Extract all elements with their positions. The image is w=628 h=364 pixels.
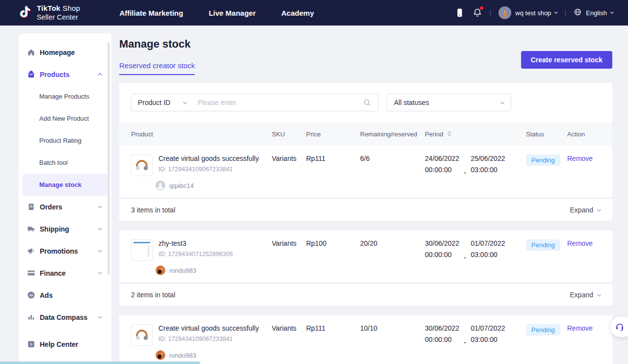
globe-icon [574, 8, 582, 18]
chevron-down-icon [98, 314, 102, 318]
sidebar-item-ads[interactable]: AD Ads [19, 284, 111, 306]
chevron-down-icon [98, 270, 102, 274]
expand-button[interactable]: Expand [570, 206, 601, 214]
creator-row: rondo983 [156, 265, 272, 275]
sidebar-item-label: Orders [40, 203, 62, 211]
sidebar-item-orders[interactable]: Orders [19, 196, 111, 218]
sidebar-subitem-batch-tool[interactable]: Batch tool [19, 152, 111, 174]
product-id: ID: 1729434109067233841 [158, 166, 259, 173]
nav-link-live-manager[interactable]: Live Manager [209, 9, 256, 17]
sidebar-item-label: Products [40, 71, 70, 78]
status-filter-select[interactable]: All statuses [387, 94, 511, 111]
products-bag-icon [27, 70, 35, 78]
data-compass-icon [27, 313, 35, 321]
tab-reserved-creator-stock[interactable]: Reserved creator stock [119, 61, 195, 75]
sidebar-subitem-manage-stock[interactable]: Manage stock [23, 174, 107, 196]
period-cell: 24/06/2022 00:00:00 - 25/06/2022 03:00:0… [425, 155, 526, 190]
status-filter-value: All statuses [394, 99, 429, 106]
period-start-time: 00:00:00 [425, 166, 459, 174]
sidebar-subitem-add-new-product[interactable]: Add New Product [19, 107, 111, 130]
chevron-down-icon [98, 248, 102, 252]
top-navbar: TikTok Shop Seller Center Affiliate Mark… [0, 0, 628, 26]
expand-label: Expand [570, 291, 593, 299]
period-end-date: 01/07/2022 [471, 239, 505, 247]
logo-text: TikTok Shop Seller Center [37, 4, 80, 21]
expand-button[interactable]: Expand [570, 291, 601, 299]
product-id: ID: 1729434109067233841 [158, 336, 259, 342]
sidebar-item-help-center[interactable]: ? Help Center [19, 333, 111, 355]
table-header: Product SKU Price Remaining/reserved Per… [119, 122, 612, 146]
sidebar-column: Homepage Products Manage Products Add Ne… [0, 26, 111, 364]
period-start-date: 24/06/2022 [425, 155, 459, 162]
remove-button[interactable]: Remove [567, 155, 601, 190]
period-cell: 30/06/2022 00:00:00 - 01/07/2022 03:00:0… [425, 239, 526, 275]
product-name[interactable]: Create virtual goods successfully [158, 155, 259, 163]
page-title: Manage stock [119, 37, 612, 51]
creator-avatar [156, 265, 165, 275]
nav-link-affiliate-marketing[interactable]: Affiliate Marketing [119, 9, 183, 17]
product-name[interactable]: Create virtual goods successfully [158, 324, 259, 333]
chevron-down-icon [610, 10, 614, 14]
group-footer: 2 items in total Expand [119, 284, 612, 306]
sidebar-item-finance[interactable]: Finance [19, 262, 111, 284]
tiktok-shop-logo[interactable]: TikTok Shop Seller Center [19, 4, 80, 21]
chevron-down-icon [98, 204, 102, 208]
remaining-cell: 20/20 [360, 239, 425, 275]
sort-icon[interactable] [447, 131, 451, 137]
shop-switcher[interactable]: wq test shop [498, 6, 557, 19]
divider [490, 10, 491, 16]
nav-link-academy[interactable]: Academy [281, 9, 314, 17]
sidebar-subitem-product-rating[interactable]: Product Rating [19, 130, 111, 152]
column-header-product: Product [131, 130, 272, 138]
sidebar-item-label: Ads [40, 291, 52, 299]
brand-name: TikTok [37, 4, 60, 12]
sidebar-item-homepage[interactable]: Homepage [19, 41, 111, 63]
table-row: Create virtual goods successfully ID: 17… [119, 146, 612, 197]
sidebar: Homepage Products Manage Products Add Ne… [19, 33, 111, 364]
sidebar-item-products[interactable]: Products [19, 63, 111, 85]
table-row: zhy-test3 ID: 1729434071252896305 rondo9… [119, 231, 612, 282]
sidebar-item-promotions[interactable]: Promotions [19, 240, 111, 262]
orders-icon [27, 203, 35, 211]
items-total: 3 items in total [131, 206, 175, 214]
search-input[interactable] [193, 99, 363, 106]
period-end-time: 03:00:00 [471, 336, 505, 343]
product-image-headphones[interactable] [131, 324, 153, 346]
chevron-down-icon [500, 100, 504, 104]
group-footer: 3 items in total Expand [119, 199, 612, 221]
period-dash: - [464, 338, 466, 347]
remove-button[interactable]: Remove [567, 324, 601, 360]
creator-row: rondo983 [156, 350, 272, 360]
notification-dot [480, 6, 483, 10]
support-button[interactable] [610, 316, 628, 337]
shipping-truck-icon [27, 225, 35, 233]
nav-links: Affiliate Marketing Live Manager Academy [119, 9, 314, 17]
language-switcher[interactable]: English [574, 8, 613, 18]
shop-avatar [498, 6, 511, 19]
status-badge: Pending [526, 324, 560, 336]
search-field-selector[interactable]: Product ID [131, 99, 193, 106]
svg-text:?: ? [30, 342, 32, 347]
product-name[interactable]: zhy-test3 [158, 239, 233, 248]
divider [565, 10, 566, 16]
create-reserved-stock-button[interactable]: Create reserved stock [521, 51, 612, 69]
remaining-cell: 10/10 [360, 324, 425, 360]
creator-name: qqabc14 [169, 182, 194, 189]
search-icon[interactable] [363, 98, 372, 107]
product-cell: Create virtual goods successfully ID: 17… [131, 155, 272, 190]
sidebar-item-shipping[interactable]: Shipping [19, 218, 111, 240]
product-image-document[interactable] [131, 239, 153, 261]
language-label: English [586, 9, 607, 17]
product-image-headphones[interactable] [131, 155, 153, 176]
horizontal-scrollbar[interactable] [0, 362, 200, 364]
svg-text:AD: AD [29, 294, 33, 297]
period-dash: - [464, 168, 466, 177]
mobile-app-icon[interactable] [455, 7, 465, 18]
sidebar-subitem-manage-products[interactable]: Manage Products [19, 85, 111, 107]
remove-button[interactable]: Remove [567, 239, 601, 275]
sidebar-scrollbar[interactable] [107, 42, 110, 275]
sidebar-item-data-compass[interactable]: Data Compass [19, 306, 111, 328]
status-badge: Pending [526, 155, 560, 166]
nav-right-controls: wq test shop English [455, 6, 613, 19]
notifications-bell-icon[interactable] [472, 7, 482, 18]
